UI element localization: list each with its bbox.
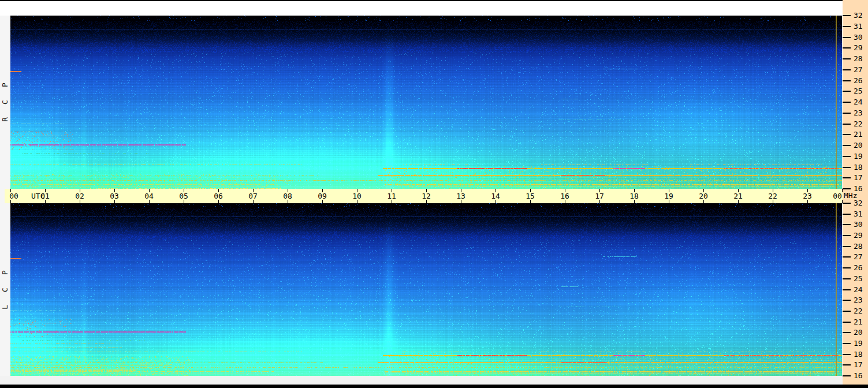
freq-tick: [843, 37, 851, 38]
dps-spectrogram-window: AJ4CO Observatory 20 Apr 2016 - DPS on T…: [0, 0, 868, 388]
lcp-spectrogram-heatmap: [10, 203, 842, 376]
freq-tick-label: 25: [854, 274, 866, 283]
time-tick-label: 22: [763, 192, 783, 200]
time-tick-label: 04: [139, 192, 159, 200]
time-tick-label: 08: [278, 192, 297, 200]
time-tick-label: 14: [486, 192, 505, 200]
freq-tick-label: 19: [854, 152, 866, 161]
freq-tick: [843, 69, 851, 70]
time-tick-label: 20: [694, 192, 713, 200]
freq-tick-label: 17: [854, 360, 866, 369]
freq-tick: [843, 203, 851, 204]
freq-tick: [843, 102, 851, 103]
freq-tick: [843, 289, 851, 290]
time-tick-label: 11: [382, 192, 401, 200]
freq-tick-label: 31: [854, 22, 866, 31]
freq-tick-label: 30: [854, 33, 866, 42]
freq-tick: [843, 15, 851, 16]
time-tick-label: 02: [70, 192, 90, 200]
time-tick-label: 21: [728, 192, 748, 200]
freq-tick-label: 27: [854, 65, 866, 74]
freq-tick: [843, 167, 851, 168]
time-tick-label: 19: [659, 192, 679, 200]
freq-tick-label: 29: [854, 43, 866, 52]
freq-tick-label: 31: [854, 210, 866, 218]
freq-tick-label: 25: [854, 87, 866, 95]
freq-tick-label: 18: [854, 163, 866, 171]
freq-tick-label: 24: [854, 285, 866, 294]
freq-tick-label: 24: [854, 98, 866, 106]
freq-tick: [843, 364, 851, 365]
freq-tick: [843, 246, 851, 247]
window-bottom-border: [0, 385, 868, 388]
freq-tick: [843, 47, 851, 48]
freq-tick-label: 27: [854, 252, 866, 261]
freq-tick-label: 29: [854, 231, 866, 240]
freq-tick: [843, 235, 851, 236]
freq-tick: [843, 177, 851, 178]
freq-tick-label: 23: [854, 109, 866, 117]
freq-tick-label: 23: [854, 296, 866, 304]
freq-tick-label: 32: [854, 11, 866, 20]
freq-tick-label: 19: [854, 339, 866, 348]
freq-tick: [843, 343, 851, 344]
freq-tick: [843, 311, 851, 312]
freq-tick-label: 20: [854, 141, 866, 150]
time-tick-label: 01: [35, 192, 55, 200]
freq-tick: [843, 134, 851, 135]
freq-tick: [843, 80, 851, 81]
freq-tick: [843, 256, 851, 258]
rcp-panel-label: RCP: [0, 61, 10, 130]
freq-tick: [843, 375, 851, 376]
freq-tick: [843, 354, 851, 355]
title-bar: AJ4CO Observatory 20 Apr 2016 - DPS on T…: [0, 1, 843, 16]
time-tick-label: 06: [208, 192, 228, 200]
freq-tick-label: 17: [854, 173, 866, 182]
time-tick-label: 16: [555, 192, 575, 200]
time-tick-label: 03: [105, 192, 124, 200]
freq-tick-label: 26: [854, 76, 866, 85]
freq-tick: [843, 300, 851, 301]
time-tick-label: 23: [798, 192, 817, 200]
freq-tick-label: 30: [854, 220, 866, 229]
freq-tick: [843, 124, 851, 125]
freq-tick: [843, 214, 851, 215]
rcp-spectrogram-heatmap: [10, 16, 842, 189]
freq-tick-label: 16: [854, 184, 866, 193]
freq-tick-label: 21: [854, 130, 866, 139]
freq-tick: [843, 26, 851, 27]
time-tick-label: 00: [4, 192, 24, 200]
freq-tick: [843, 224, 851, 225]
freq-tick: [843, 156, 851, 157]
freq-tick: [843, 188, 851, 189]
freq-tick-label: 18: [854, 350, 866, 359]
frequency-scale-strip: MHz 323130292827262524232221201918171632…: [843, 0, 868, 385]
freq-tick: [843, 278, 851, 279]
time-tick-label: 10: [347, 192, 367, 200]
freq-tick-label: 20: [854, 328, 866, 337]
freq-tick: [843, 267, 851, 268]
time-axis-band: UTC 000102030405060708091011121314151617…: [5, 189, 843, 203]
time-tick-label: 05: [174, 192, 193, 200]
freq-tick-label: 32: [854, 199, 866, 207]
lcp-panel-label: LCP: [0, 249, 10, 318]
freq-tick: [843, 145, 851, 146]
freq-tick: [843, 322, 851, 323]
freq-tick: [843, 58, 851, 59]
freq-tick: [843, 332, 851, 333]
freq-tick-label: 28: [854, 242, 866, 251]
bottom-margin: [0, 376, 843, 385]
time-tick-label: 07: [243, 192, 263, 200]
freq-tick-label: 26: [854, 263, 866, 272]
freq-tick-label: 16: [854, 371, 866, 380]
freq-tick-label: 22: [854, 307, 866, 315]
freq-tick: [843, 113, 851, 114]
freq-tick: [843, 91, 851, 92]
time-tick-label: 13: [451, 192, 471, 200]
time-tick-label: 17: [590, 192, 609, 200]
time-tick-label: 09: [312, 192, 332, 200]
time-tick-label: 15: [520, 192, 540, 200]
time-tick-label: 12: [416, 192, 436, 200]
freq-tick-label: 28: [854, 54, 866, 63]
freq-tick-label: 22: [854, 120, 866, 128]
